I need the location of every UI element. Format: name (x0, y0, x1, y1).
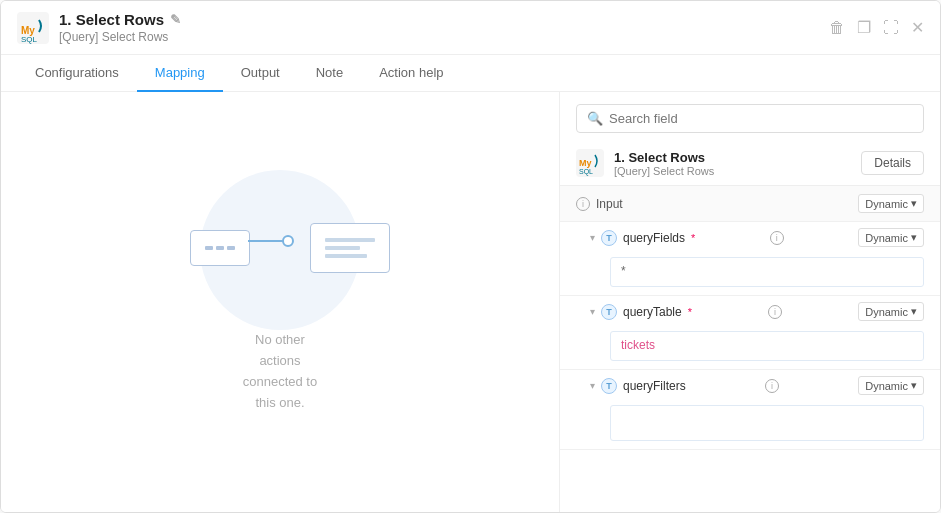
querytable-type-badge: T (601, 304, 617, 320)
queryfields-row: ▾ T queryFields * i Dynamic ▾ (560, 222, 940, 253)
window-title: 1. Select Rows ✎ (59, 11, 829, 28)
queryfilters-row: ▾ T queryFilters i Dynamic ▾ (560, 370, 940, 401)
tab-mapping[interactable]: Mapping (137, 55, 223, 92)
queryfields-dynamic-dropdown[interactable]: Dynamic ▾ (858, 228, 924, 247)
action-mysql-logo: My SQL (576, 149, 604, 177)
titlebar: My SQL 1. Select Rows ✎ [Query] Select R… (1, 1, 940, 55)
queryfields-chevron[interactable]: ▾ (590, 232, 595, 243)
right-panel: 🔍 My SQL 1. Select Rows [Query] Select (560, 92, 940, 512)
tabs-bar: Configurations Mapping Output Note Actio… (1, 55, 940, 92)
queryfilters-label: queryFilters (623, 379, 686, 393)
action-subtitle: [Query] Select Rows (614, 165, 851, 177)
querytable-info-icon[interactable]: i (768, 305, 782, 319)
querytable-row: ▾ T queryTable * i Dynamic ▾ (560, 296, 940, 327)
queryfields-required: * (691, 232, 695, 244)
queryfilters-chevron[interactable]: ▾ (590, 380, 595, 391)
queryfields-value: * (610, 257, 924, 287)
tab-output[interactable]: Output (223, 55, 298, 92)
titlebar-actions: 🗑 ❐ ⛶ ✕ (829, 18, 924, 37)
queryfilters-info-icon[interactable]: i (765, 379, 779, 393)
fields-list: i Input Dynamic ▾ ▾ T queryFields * (560, 186, 940, 512)
querytable-required: * (688, 306, 692, 318)
search-icon: 🔍 (587, 111, 603, 126)
action-header: My SQL 1. Select Rows [Query] Select Row… (560, 141, 940, 186)
queryfilters-type-badge: T (601, 378, 617, 394)
input-label: Input (596, 197, 623, 211)
input-section-header: i Input Dynamic ▾ (560, 186, 940, 221)
expand-icon[interactable]: ⛶ (883, 19, 899, 37)
svg-text:SQL: SQL (21, 35, 38, 44)
svg-point-3 (283, 236, 293, 246)
source-node (190, 230, 250, 266)
svg-text:My: My (579, 158, 592, 168)
details-button[interactable]: Details (861, 151, 924, 175)
search-input-wrap[interactable]: 🔍 (576, 104, 924, 133)
querytable-label: queryTable (623, 305, 682, 319)
queryfields-type-badge: T (601, 230, 617, 246)
mysql-logo: My SQL (17, 12, 49, 44)
queryfields-label: queryFields (623, 231, 685, 245)
titlebar-info: 1. Select Rows ✎ [Query] Select Rows (59, 11, 829, 44)
tab-configurations[interactable]: Configurations (17, 55, 137, 92)
tab-note[interactable]: Note (298, 55, 361, 92)
target-node (310, 223, 390, 273)
queryfilters-value (610, 405, 924, 441)
main-window: My SQL 1. Select Rows ✎ [Query] Select R… (0, 0, 941, 513)
queryfields-info-icon[interactable]: i (770, 231, 784, 245)
svg-text:SQL: SQL (579, 168, 593, 176)
search-bar: 🔍 (560, 92, 940, 141)
querytable-dynamic-dropdown[interactable]: Dynamic ▾ (858, 302, 924, 321)
search-input[interactable] (609, 111, 913, 126)
queryfields-section: ▾ T queryFields * i Dynamic ▾ * (560, 222, 940, 296)
window-subtitle: [Query] Select Rows (59, 30, 829, 44)
left-panel: No other actions connected to this one. (1, 92, 559, 512)
querytable-chevron[interactable]: ▾ (590, 306, 595, 317)
connector-svg (248, 223, 318, 259)
queryfilters-section: ▾ T queryFilters i Dynamic ▾ (560, 370, 940, 450)
title-text: 1. Select Rows (59, 11, 164, 28)
queryfilters-dynamic-dropdown[interactable]: Dynamic ▾ (858, 376, 924, 395)
input-info-icon[interactable]: i (576, 197, 590, 211)
edit-icon[interactable]: ✎ (170, 12, 181, 27)
action-title: 1. Select Rows (614, 150, 851, 165)
canvas-area (160, 190, 400, 310)
input-dynamic-dropdown[interactable]: Dynamic ▾ (858, 194, 924, 213)
input-section: i Input Dynamic ▾ (560, 186, 940, 222)
tab-action-help[interactable]: Action help (361, 55, 461, 92)
copy-icon[interactable]: ❐ (857, 18, 871, 37)
action-header-info: 1. Select Rows [Query] Select Rows (614, 150, 851, 177)
querytable-section: ▾ T queryTable * i Dynamic ▾ tickets (560, 296, 940, 370)
empty-message: No other actions connected to this one. (243, 330, 317, 413)
content-area: No other actions connected to this one. … (1, 92, 940, 512)
close-icon[interactable]: ✕ (911, 18, 924, 37)
querytable-value: tickets (610, 331, 924, 361)
delete-icon[interactable]: 🗑 (829, 19, 845, 37)
